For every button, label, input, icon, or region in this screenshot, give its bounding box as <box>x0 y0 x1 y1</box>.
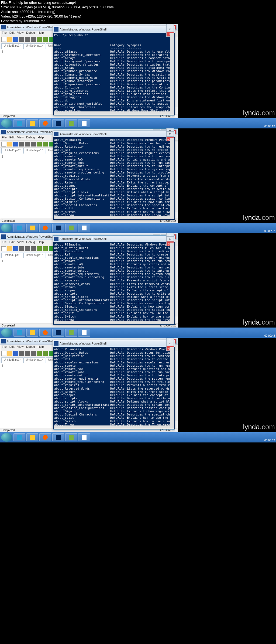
paste-icon[interactable] <box>31 37 36 42</box>
redo-icon[interactable] <box>43 246 48 251</box>
menu-item-edit[interactable]: Edit <box>9 31 15 35</box>
ps-console[interactable]: about_PSSnapinsHelpFileDescribes Windows… <box>53 347 175 426</box>
menu-item-file[interactable]: File <box>2 136 7 140</box>
task-media[interactable] <box>39 329 51 337</box>
redo-icon[interactable] <box>43 37 48 42</box>
copy-icon[interactable] <box>25 351 30 356</box>
maximize-button[interactable]: □ <box>166 27 174 32</box>
ps-console[interactable]: PS C:\> help about* NameCategorySynopsis… <box>53 33 175 112</box>
script-tab[interactable]: Untitled3.ps1* <box>1 357 23 363</box>
script-tab[interactable]: Untitled3.ps1* <box>1 253 23 258</box>
menu-item-view[interactable]: View <box>17 345 24 349</box>
cut-icon[interactable] <box>19 37 24 42</box>
task-explorer[interactable] <box>26 119 38 127</box>
minimize-button[interactable]: _ <box>166 338 174 341</box>
ps-titlebar[interactable]: Administrator: Windows PowerShell _ □ × <box>53 236 175 242</box>
task-media[interactable] <box>39 433 51 441</box>
new-file-icon[interactable] <box>1 142 6 146</box>
task-powershell[interactable] <box>52 329 64 337</box>
menu-item-help[interactable]: Help <box>38 345 44 349</box>
menu-item-help[interactable]: Help <box>38 31 44 35</box>
task-notepad[interactable] <box>65 329 77 337</box>
task-ie[interactable] <box>13 433 25 441</box>
save-icon[interactable] <box>13 142 18 146</box>
task-notepad[interactable] <box>65 119 77 127</box>
ps-console[interactable]: about_PSSnapinsHelpFileDescribes Windows… <box>53 137 175 217</box>
horizontal-scrollbar[interactable] <box>54 321 174 324</box>
task-notepad[interactable] <box>65 433 77 441</box>
task-media[interactable] <box>39 224 51 232</box>
open-file-icon[interactable] <box>7 142 12 146</box>
script-tab[interactable]: Untitled4.ps1* <box>23 43 45 49</box>
menu-item-debug[interactable]: Debug <box>26 31 35 35</box>
new-file-icon[interactable] <box>1 351 6 356</box>
menu-item-edit[interactable]: Edit <box>9 345 15 349</box>
menu-item-view[interactable]: View <box>17 136 24 140</box>
save-icon[interactable] <box>13 351 18 356</box>
menu-item-view[interactable]: View <box>17 240 24 244</box>
start-button[interactable] <box>1 119 12 128</box>
task-explorer[interactable] <box>26 224 38 232</box>
task-ie[interactable] <box>13 119 25 127</box>
paste-icon[interactable] <box>31 142 36 146</box>
task-ie[interactable] <box>13 329 25 337</box>
start-button[interactable] <box>1 328 12 337</box>
script-tab[interactable]: Untitled4.ps1* <box>23 357 45 363</box>
start-button[interactable] <box>1 224 12 232</box>
menu-item-edit[interactable]: Edit <box>9 240 15 244</box>
ps-console[interactable]: about_PSSnapinsHelpFileDescribes Windows… <box>53 242 175 321</box>
task-powershell[interactable] <box>52 224 64 232</box>
task-other[interactable] <box>78 224 90 232</box>
maximize-button[interactable]: □ <box>166 341 174 346</box>
menu-item-file[interactable]: File <box>2 240 7 244</box>
horizontal-scrollbar[interactable] <box>54 216 174 219</box>
cut-icon[interactable] <box>19 142 24 146</box>
menu-item-debug[interactable]: Debug <box>26 136 35 140</box>
paste-icon[interactable] <box>31 246 36 251</box>
minimize-button[interactable]: _ <box>166 233 174 236</box>
copy-icon[interactable] <box>25 142 30 146</box>
maximize-button[interactable]: □ <box>166 236 174 241</box>
redo-icon[interactable] <box>43 142 48 146</box>
ps-titlebar[interactable]: Administrator: Windows PowerShell _ □ × <box>53 340 175 347</box>
cut-icon[interactable] <box>19 246 24 251</box>
copy-icon[interactable] <box>25 37 30 42</box>
script-tab[interactable]: Untitled4.ps1* <box>23 253 45 258</box>
task-explorer[interactable] <box>26 433 38 441</box>
task-media[interactable] <box>39 119 51 127</box>
menu-item-edit[interactable]: Edit <box>9 136 15 140</box>
maximize-button[interactable]: □ <box>166 132 174 137</box>
cut-icon[interactable] <box>19 351 24 356</box>
save-icon[interactable] <box>13 246 18 251</box>
minimize-button[interactable]: _ <box>166 24 174 27</box>
redo-icon[interactable] <box>43 351 48 356</box>
save-icon[interactable] <box>13 37 18 42</box>
task-powershell[interactable] <box>52 433 64 441</box>
menu-item-file[interactable]: File <box>2 31 7 35</box>
menu-item-help[interactable]: Help <box>38 240 44 244</box>
paste-icon[interactable] <box>31 351 36 356</box>
task-other[interactable] <box>78 329 90 337</box>
start-button[interactable] <box>1 433 12 442</box>
ps-titlebar[interactable]: Administrator: Windows PowerShell _ □ × <box>53 26 175 33</box>
new-file-icon[interactable] <box>1 37 6 42</box>
undo-icon[interactable] <box>37 351 42 356</box>
menu-item-help[interactable]: Help <box>38 136 44 140</box>
vertical-scrollbar[interactable] <box>170 347 174 425</box>
open-file-icon[interactable] <box>7 351 12 356</box>
task-notepad[interactable] <box>65 224 77 232</box>
script-tab[interactable]: Untitled4.ps1* <box>23 148 45 154</box>
menu-item-debug[interactable]: Debug <box>26 345 35 349</box>
open-file-icon[interactable] <box>7 37 12 42</box>
task-other[interactable] <box>78 433 90 441</box>
undo-icon[interactable] <box>37 37 42 42</box>
vertical-scrollbar[interactable] <box>170 138 174 216</box>
menu-item-file[interactable]: File <box>2 345 7 349</box>
task-explorer[interactable] <box>26 329 38 337</box>
script-tab[interactable]: Untitled3.ps1* <box>1 43 23 49</box>
task-ie[interactable] <box>13 224 25 232</box>
new-file-icon[interactable] <box>1 246 6 251</box>
task-other[interactable] <box>78 119 90 127</box>
vertical-scrollbar[interactable] <box>170 243 174 321</box>
menu-item-debug[interactable]: Debug <box>26 240 35 244</box>
